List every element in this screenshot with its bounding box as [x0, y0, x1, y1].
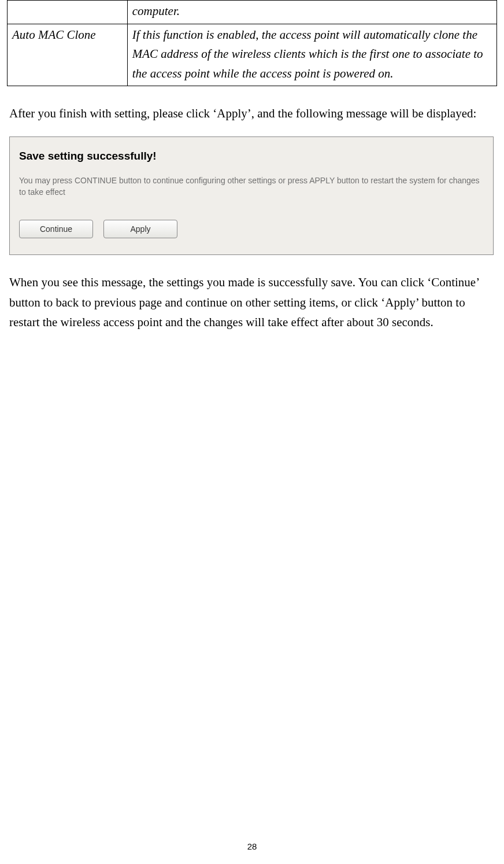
- table-row: Auto MAC Clone If this function is enabl…: [8, 24, 497, 86]
- table-row: computer.: [8, 1, 497, 24]
- table-cell-left: [8, 1, 128, 24]
- table-cell-right: If this function is enabled, the access …: [127, 24, 496, 86]
- page-number: 28: [0, 841, 504, 851]
- save-success-screenshot: Save setting successfully! You may press…: [9, 136, 494, 255]
- button-row: Continue Apply: [19, 220, 484, 238]
- paragraph-explanation: When you see this message, the settings …: [9, 272, 495, 333]
- paragraph-after-setting: After you finish with setting, please cl…: [9, 104, 495, 124]
- save-success-body: You may press CONTINUE button to continu…: [19, 175, 484, 198]
- apply-button[interactable]: Apply: [103, 220, 177, 238]
- table-cell-left: Auto MAC Clone: [8, 24, 128, 86]
- save-success-title: Save setting successfully!: [19, 150, 484, 163]
- table-cell-right: computer.: [127, 1, 496, 24]
- continue-button[interactable]: Continue: [19, 220, 93, 238]
- settings-table: computer. Auto MAC Clone If this functio…: [7, 0, 497, 86]
